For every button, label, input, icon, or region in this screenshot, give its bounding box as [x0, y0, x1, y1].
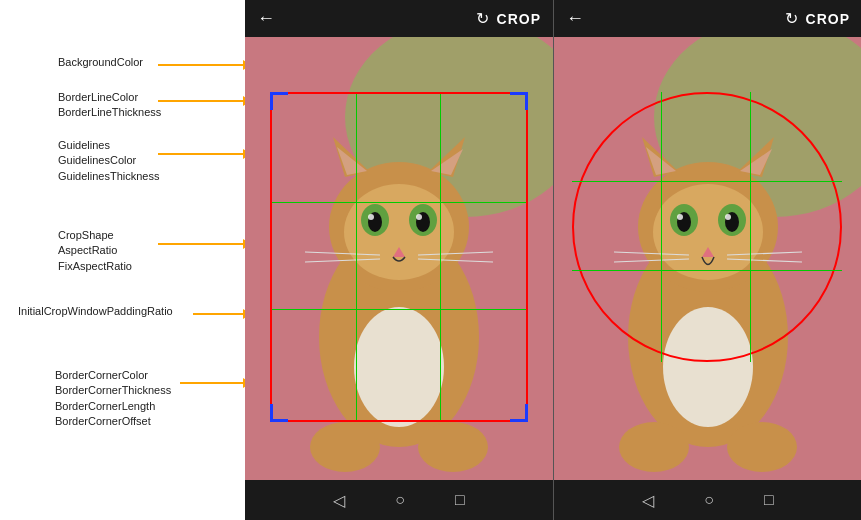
phone2-screen: [554, 37, 861, 480]
svg-point-45: [727, 422, 797, 472]
svg-point-21: [310, 422, 380, 472]
phone1-header: ← ↻ CROP: [245, 0, 553, 37]
corner-tl[interactable]: [270, 92, 288, 110]
phone2-home-nav[interactable]: ○: [704, 491, 714, 509]
arrow-guidelines: [158, 153, 245, 155]
phone1-refresh-icon[interactable]: ↻: [476, 9, 489, 28]
phone1-home-nav[interactable]: ○: [395, 491, 405, 509]
phone1: ← ↻ CROP: [245, 0, 553, 520]
phone2-guidelines: [572, 92, 842, 362]
guideline-h2: [272, 309, 526, 310]
annotation-guidelines: GuidelinesGuidelinesColorGuidelinesThick…: [58, 138, 160, 184]
phone2-header-right: ↻ CROP: [785, 9, 850, 28]
annotation-border-corner: BorderCornerColorBorderCornerThicknessBo…: [55, 368, 171, 430]
phone2-back-nav[interactable]: ◁: [642, 491, 654, 510]
phones-container: ← ↻ CROP: [245, 0, 861, 520]
corner-tr[interactable]: [510, 92, 528, 110]
guideline2-h2: [572, 270, 842, 271]
phone1-recent-nav[interactable]: □: [455, 491, 465, 509]
arrow-border-corner: [180, 382, 245, 384]
phone1-crop-rect[interactable]: [270, 92, 528, 422]
annotation-border-line: BorderLineColorBorderLineThickness: [58, 90, 161, 121]
arrow-padding: [193, 313, 245, 315]
annotation-padding: InitialCropWindowPaddingRatio: [18, 304, 173, 319]
phone1-back-button[interactable]: ←: [257, 8, 275, 29]
phone1-footer: ◁ ○ □: [245, 480, 553, 520]
phone2-refresh-icon[interactable]: ↻: [785, 9, 798, 28]
phone2-header-left: ←: [566, 8, 584, 29]
corner-bl[interactable]: [270, 404, 288, 422]
guideline-v2: [440, 94, 441, 420]
annotation-panel: BackgroundColor BorderLineColorBorderLin…: [0, 0, 245, 520]
phone1-back-nav[interactable]: ◁: [333, 491, 345, 510]
phone2-crop-button[interactable]: CROP: [806, 11, 850, 27]
guideline-h1: [272, 202, 526, 203]
arrow-bg-color: [158, 64, 245, 66]
phone2-header: ← ↻ CROP: [554, 0, 861, 37]
guideline2-v2: [750, 92, 751, 362]
guideline2-h1: [572, 181, 842, 182]
annotation-bg-color: BackgroundColor: [58, 55, 143, 70]
svg-point-22: [418, 422, 488, 472]
guideline-v1: [356, 94, 357, 420]
phone2-back-button[interactable]: ←: [566, 8, 584, 29]
phone2-recent-nav[interactable]: □: [764, 491, 774, 509]
arrow-border-line: [158, 100, 245, 102]
phone1-screen: [245, 37, 553, 480]
phone1-header-left: ←: [257, 8, 275, 29]
svg-point-44: [619, 422, 689, 472]
arrow-crop-shape: [158, 243, 245, 245]
phone1-crop-button[interactable]: CROP: [497, 11, 541, 27]
phone1-header-right: ↻ CROP: [476, 9, 541, 28]
phone2: ← ↻ CROP: [554, 0, 861, 520]
annotation-crop-shape: CropShapeAspectRatioFixAspectRatio: [58, 228, 132, 274]
phone2-footer: ◁ ○ □: [554, 480, 861, 520]
corner-br[interactable]: [510, 404, 528, 422]
guideline2-v1: [661, 92, 662, 362]
